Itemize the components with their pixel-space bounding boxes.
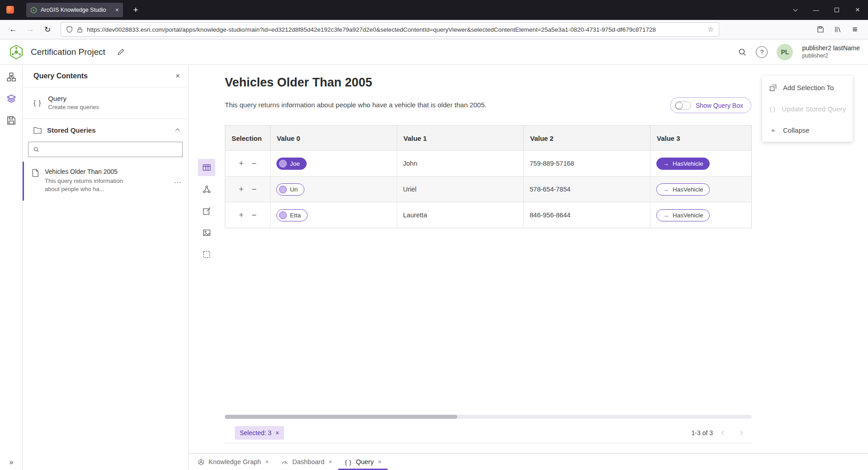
- tracking-shield-icon[interactable]: [66, 26, 73, 33]
- menu-item-add-selection-to[interactable]: Add Selection To: [762, 77, 853, 98]
- context-menu: Add Selection To { } Update Stored Query…: [762, 76, 853, 142]
- stored-queries-header[interactable]: Stored Queries: [23, 119, 188, 141]
- relationship-pill[interactable]: → HasVehicle: [656, 183, 710, 196]
- add-to-selection-button[interactable]: +: [239, 211, 244, 219]
- entity-pill[interactable]: Etta: [276, 209, 308, 221]
- entity-icon: [279, 211, 287, 219]
- edit-view-icon[interactable]: [198, 202, 215, 220]
- relationship-pill[interactable]: → HasVehicle: [656, 209, 710, 221]
- user-info[interactable]: publisher2 lastName publisher2: [802, 44, 860, 59]
- tab-close-icon[interactable]: ×: [265, 458, 269, 465]
- knowledge-graph-icon: [198, 459, 204, 465]
- knowledge-studio-logo[interactable]: [8, 44, 24, 60]
- project-title: Certification Project: [31, 47, 105, 57]
- next-page-button[interactable]: [734, 426, 747, 440]
- bookmark-star-icon[interactable]: ☆: [708, 25, 714, 34]
- show-query-box-label: Show Query Box: [696, 102, 743, 109]
- stored-query-options-button[interactable]: …: [174, 176, 182, 185]
- relationship-pill[interactable]: → HasVehicle: [656, 158, 710, 170]
- firefox-view-icon[interactable]: [6, 6, 14, 14]
- value-2-cell: 846-956-8644: [524, 202, 650, 228]
- back-button[interactable]: ←: [5, 23, 21, 36]
- tab-dashboard[interactable]: Dashboard ×: [275, 454, 338, 470]
- reload-button[interactable]: ↻: [40, 23, 55, 36]
- remove-from-selection-button[interactable]: −: [252, 159, 257, 168]
- new-query-item[interactable]: { } Query Create new queries: [23, 87, 188, 119]
- column-header[interactable]: Value 0: [270, 126, 397, 150]
- collapse-icon: »: [769, 127, 777, 134]
- table-header-row: SelectionValue 0Value 1Value 2Value 3: [225, 126, 751, 150]
- selected-count-chip[interactable]: Selected: 3 ×: [235, 426, 284, 440]
- column-header[interactable]: Value 1: [397, 126, 524, 150]
- address-bar[interactable]: https://dev0028833.esri.com/portal/apps/…: [61, 22, 719, 37]
- stored-query-description: This query returns information about peo…: [45, 177, 138, 193]
- stored-queries-title: Stored Queries: [47, 126, 171, 134]
- table-row: + − Etta Lauretta 846-956-8644 → HasVehi…: [225, 202, 751, 228]
- menu-item-update-stored-query[interactable]: { } Update Stored Query: [762, 98, 853, 120]
- selection-view-icon[interactable]: [198, 246, 215, 263]
- padlock-icon[interactable]: [77, 26, 83, 33]
- browser-titlebar: ArcGIS Knowledge Studio × + — ×: [0, 0, 868, 20]
- column-header[interactable]: Value 3: [650, 126, 751, 150]
- expand-rail-icon[interactable]: »: [0, 458, 23, 466]
- stored-query-item[interactable]: Vehicles Older Than 2005 This query retu…: [23, 162, 188, 201]
- entity-pill[interactable]: Uri: [276, 183, 304, 196]
- tab-query[interactable]: { } Query ×: [338, 454, 388, 470]
- tab-list-chevron-icon[interactable]: [785, 0, 806, 20]
- user-name: publisher2 lastName: [802, 44, 860, 52]
- entity-pill[interactable]: Joe: [276, 158, 307, 170]
- link-chart-view-icon[interactable]: [198, 181, 215, 198]
- table-view-icon[interactable]: [198, 159, 215, 176]
- chevron-up-icon[interactable]: [176, 126, 179, 134]
- page-description: This query returns information about peo…: [225, 101, 487, 109]
- add-to-selection-button[interactable]: +: [239, 159, 244, 168]
- toggle-switch[interactable]: [675, 101, 691, 110]
- previous-page-button[interactable]: [716, 426, 730, 440]
- search-icon[interactable]: [738, 48, 747, 57]
- column-header[interactable]: Value 2: [524, 126, 650, 150]
- window-close-button[interactable]: ×: [847, 0, 868, 20]
- save-icon[interactable]: [4, 113, 19, 128]
- add-selection-icon: [769, 84, 777, 91]
- save-page-icon[interactable]: [813, 23, 828, 36]
- menu-item-collapse[interactable]: » Collapse: [762, 120, 853, 141]
- scrollbar-thumb[interactable]: [225, 415, 457, 419]
- data-model-icon[interactable]: [4, 69, 19, 85]
- table-row: + − Uri Uriel 578-654-7854 → HasVehicle: [225, 176, 751, 202]
- library-icon[interactable]: [830, 23, 845, 36]
- tab-close-icon[interactable]: ×: [378, 458, 381, 465]
- tab-close-icon[interactable]: ×: [328, 458, 332, 465]
- new-tab-button[interactable]: +: [129, 4, 142, 16]
- clear-selection-icon[interactable]: ×: [275, 429, 279, 436]
- entity-icon: [279, 186, 287, 193]
- search-icon: [33, 146, 39, 153]
- tab-knowledge-graph[interactable]: Knowledge Graph ×: [191, 454, 275, 470]
- window-minimize-button[interactable]: —: [806, 0, 826, 20]
- value-1-cell: Uriel: [397, 177, 524, 202]
- show-query-box-toggle[interactable]: Show Query Box: [670, 97, 751, 113]
- panel-close-icon[interactable]: ×: [175, 72, 180, 81]
- window-maximize-button[interactable]: [826, 0, 847, 20]
- bottom-tab-bar: Knowledge Graph × Dashboard × { } Query …: [189, 453, 868, 470]
- column-header[interactable]: Selection: [225, 126, 270, 150]
- edit-title-icon[interactable]: [117, 48, 125, 56]
- user-username: publisher2: [802, 52, 860, 59]
- hamburger-menu-icon[interactable]: ≡: [847, 23, 863, 36]
- browser-tab[interactable]: ArcGIS Knowledge Studio ×: [26, 3, 123, 17]
- remove-from-selection-button[interactable]: −: [252, 185, 257, 193]
- braces-icon: { }: [33, 99, 41, 106]
- stored-queries-search-input[interactable]: [43, 146, 178, 153]
- help-icon[interactable]: ?: [756, 46, 768, 58]
- forward-button[interactable]: →: [23, 23, 38, 36]
- horizontal-scrollbar[interactable]: [225, 415, 752, 419]
- layers-icon[interactable]: [4, 91, 19, 106]
- remove-from-selection-button[interactable]: −: [252, 211, 257, 219]
- pagination-label: 1-3 of 3: [692, 429, 713, 436]
- stored-queries-searchbox[interactable]: [28, 142, 183, 157]
- image-view-icon[interactable]: [198, 224, 215, 241]
- tab-close-icon[interactable]: ×: [115, 6, 119, 14]
- add-to-selection-button[interactable]: +: [239, 185, 244, 193]
- avatar[interactable]: PL: [777, 44, 793, 60]
- results-area: SelectionValue 0Value 1Value 2Value 3 + …: [225, 125, 752, 443]
- page-title: Vehicles Older Than 2005: [225, 76, 372, 90]
